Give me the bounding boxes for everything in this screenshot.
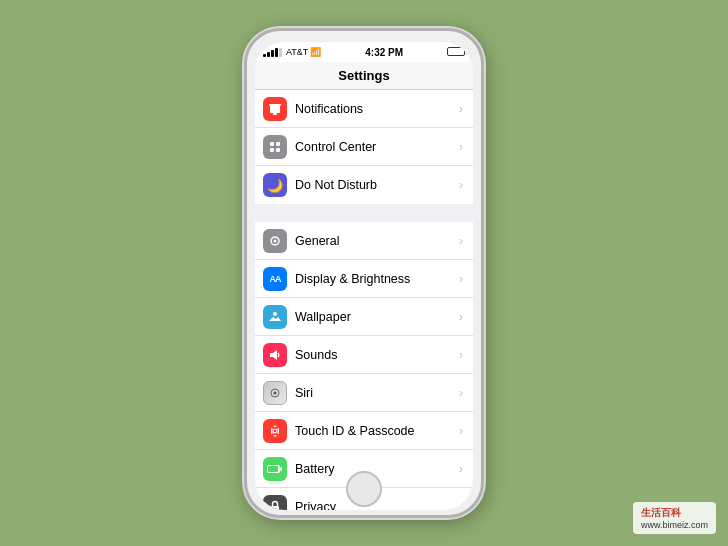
wifi-icon: 📶 [310,47,321,57]
siri-chevron: › [459,386,463,400]
nav-title: Settings [338,68,389,83]
battery-icon [263,457,287,481]
dnd-chevron: › [459,178,463,192]
list-item-siri[interactable]: Siri › [255,374,473,412]
privacy-icon [263,495,287,510]
home-button[interactable] [346,471,382,507]
battery-label: Battery [295,462,459,476]
section-2: General › AA Display & Brightness › [255,222,473,510]
svg-rect-16 [268,466,278,472]
sounds-label: Sounds [295,348,459,362]
list-item-dnd[interactable]: 🌙 Do Not Disturb › [255,166,473,204]
display-label: Display & Brightness [295,272,459,286]
status-bar: AT&T 📶 4:32 PM [255,42,473,62]
phone-frame: AT&T 📶 4:32 PM Settings [244,28,484,518]
list-item-wallpaper[interactable]: Wallpaper › [255,298,473,336]
svg-rect-5 [270,148,274,152]
display-icon: AA [263,267,287,291]
svg-rect-6 [276,148,280,152]
sounds-icon [263,343,287,367]
svg-rect-0 [270,105,280,113]
battery-indicator [447,47,465,58]
settings-list: Notifications › Control Center › [255,90,473,510]
svg-marker-10 [270,350,277,360]
list-item-control-center[interactable]: Control Center › [255,128,473,166]
control-center-icon [263,135,287,159]
svg-point-9 [273,312,277,316]
battery-chevron: › [459,462,463,476]
nav-bar: Settings [255,62,473,90]
dnd-label: Do Not Disturb [295,178,459,192]
touchid-icon [263,419,287,443]
privacy-chevron: › [459,500,463,510]
wallpaper-label: Wallpaper [295,310,459,324]
general-label: General [295,234,459,248]
status-time: 4:32 PM [365,47,403,58]
phone-screen: AT&T 📶 4:32 PM Settings [255,42,473,510]
section-1: Notifications › Control Center › [255,90,473,204]
list-item-sounds[interactable]: Sounds › [255,336,473,374]
notifications-label: Notifications [295,102,459,116]
wallpaper-icon [263,305,287,329]
svg-rect-15 [280,467,282,471]
control-center-label: Control Center [295,140,459,154]
carrier-label: AT&T [286,47,308,57]
touchid-chevron: › [459,424,463,438]
svg-rect-2 [273,113,277,115]
general-chevron: › [459,234,463,248]
status-left: AT&T 📶 [263,47,321,57]
notifications-chevron: › [459,102,463,116]
status-right [447,47,465,58]
list-item-general[interactable]: General › [255,222,473,260]
display-chevron: › [459,272,463,286]
control-center-chevron: › [459,140,463,154]
svg-point-13 [273,429,277,433]
siri-label: Siri [295,386,459,400]
watermark-line1: 生活百科 [641,506,708,520]
watermark-line2: www.bimeiz.com [641,520,708,530]
svg-rect-4 [276,142,280,146]
privacy-label: Privacy [295,500,459,510]
sounds-chevron: › [459,348,463,362]
svg-rect-1 [269,104,281,106]
general-icon [263,229,287,253]
list-item-touchid[interactable]: Touch ID & Passcode › [255,412,473,450]
watermark: 生活百科 www.bimeiz.com [633,502,716,534]
dnd-icon: 🌙 [263,173,287,197]
svg-rect-3 [270,142,274,146]
list-item-notifications[interactable]: Notifications › [255,90,473,128]
svg-point-12 [274,391,277,394]
svg-point-8 [274,239,277,242]
notifications-icon [263,97,287,121]
siri-icon [263,381,287,405]
list-item-display[interactable]: AA Display & Brightness › [255,260,473,298]
svg-point-18 [274,508,276,510]
section-divider-1 [255,204,473,222]
touchid-label: Touch ID & Passcode [295,424,459,438]
wallpaper-chevron: › [459,310,463,324]
